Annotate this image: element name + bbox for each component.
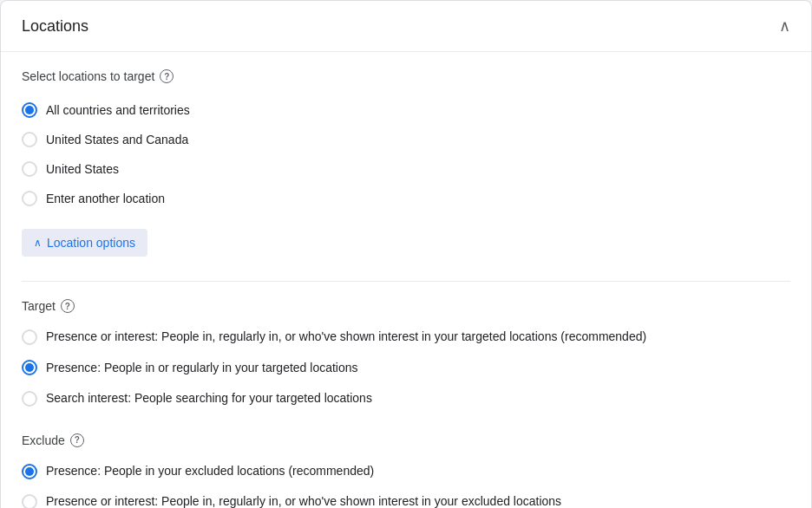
location-options-chevron-icon: ∧ [34,237,42,249]
radio-all-countries-inner [25,106,34,114]
radio-search-interest-label: Search interest: People searching for yo… [46,390,372,407]
card-content: Select locations to target ? All countri… [1,52,811,508]
radio-presence-outer [22,360,37,375]
radio-exclude-presence-or-interest-outer [22,494,37,508]
radio-item-exclude-presence[interactable]: Presence: People in your excluded locati… [22,458,790,485]
exclude-section-label: Exclude ? [22,433,790,447]
radio-all-countries-outer [22,102,37,118]
radio-item-all-countries[interactable]: All countries and territories [22,97,790,123]
radio-us-canada-outer [22,132,37,147]
radio-presence-or-interest-outer [22,329,37,345]
target-help-icon[interactable]: ? [61,299,75,313]
radio-exclude-presence-inner [25,467,34,476]
radio-us-canada-label: United States and Canada [46,133,188,147]
locations-card: Locations ∧ Select locations to target ?… [0,0,812,508]
radio-us-outer [22,161,37,177]
radio-item-other[interactable]: Enter another location [22,186,790,212]
page-title: Locations [22,17,88,36]
exclude-section: Exclude ? Presence: People in your exclu… [22,433,790,508]
radio-item-us-canada[interactable]: United States and Canada [22,127,790,153]
location-target-radio-group: All countries and territories United Sta… [22,97,790,212]
radio-exclude-presence-label: Presence: People in your excluded locati… [46,463,374,480]
target-label-text: Target [22,299,56,313]
radio-other-label: Enter another location [46,192,165,205]
radio-presence-label: Presence: People in or regularly in your… [46,360,358,377]
radio-item-exclude-presence-or-interest[interactable]: Presence or interest: People in, regular… [22,488,790,508]
radio-item-us[interactable]: United States [22,156,790,182]
collapse-icon[interactable]: ∧ [779,16,790,36]
exclude-label-text: Exclude [22,433,65,447]
radio-us-label: United States [46,162,119,176]
section-divider [22,281,790,282]
location-options-button-label: Location options [47,236,135,250]
location-target-help-icon[interactable]: ? [160,69,174,83]
target-section-label: Target ? [22,299,790,313]
location-target-label: Select locations to target ? [22,69,790,83]
radio-exclude-presence-or-interest-label: Presence or interest: People in, regular… [46,493,561,508]
exclude-radio-group: Presence: People in your excluded locati… [22,458,790,508]
location-options-button[interactable]: ∧ Location options [22,229,147,257]
radio-item-presence-or-interest[interactable]: Presence or interest: People in, regular… [22,323,790,351]
radio-other-outer [22,191,37,206]
target-section: Target ? Presence or interest: People in… [22,299,790,413]
radio-item-presence[interactable]: Presence: People in or regularly in your… [22,355,790,382]
exclude-help-icon[interactable]: ? [70,433,84,447]
card-header: Locations ∧ [1,1,811,52]
radio-presence-inner [25,363,34,372]
radio-presence-or-interest-label: Presence or interest: People in, regular… [46,329,646,346]
target-radio-group: Presence or interest: People in, regular… [22,323,790,413]
radio-item-search-interest[interactable]: Search interest: People searching for yo… [22,385,790,413]
radio-exclude-presence-outer [22,464,37,479]
location-target-text: Select locations to target [22,69,154,83]
radio-all-countries-label: All countries and territories [46,103,190,117]
radio-search-interest-outer [22,391,37,407]
